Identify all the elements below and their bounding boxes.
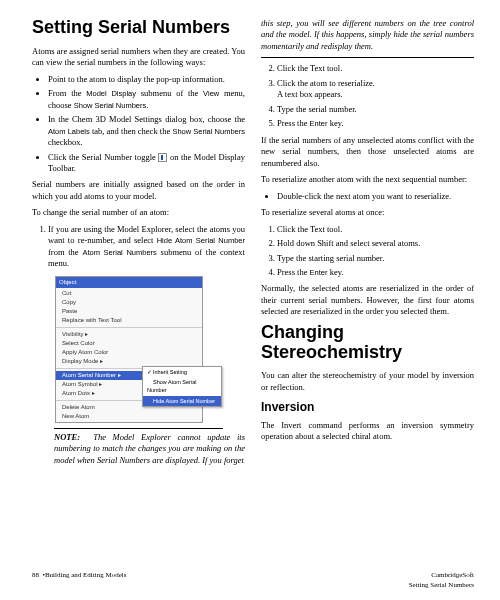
list-item: Type the serial number. bbox=[277, 104, 474, 115]
para: The Invert command performs an inversion… bbox=[261, 420, 474, 443]
list-item: From the Model Display submenu of the Vi… bbox=[48, 88, 245, 111]
note-continuation: this step, you will see different number… bbox=[261, 18, 474, 52]
heading-setting-serial: Setting Serial Numbers bbox=[32, 18, 245, 38]
list-item: Click the Text tool. bbox=[277, 224, 474, 235]
para: If the serial numbers of any unselected … bbox=[261, 135, 474, 169]
menu-item: Paste bbox=[56, 307, 202, 316]
list-item: Click the Serial Number toggle on the Mo… bbox=[48, 152, 245, 175]
para: To reserialize several atoms at once: bbox=[261, 207, 474, 218]
menu-item: Apply Atom Color bbox=[56, 348, 202, 357]
menu-item: Visibility ▸ bbox=[56, 330, 202, 339]
note-rule bbox=[54, 428, 223, 429]
list-item: Click the Text tool. bbox=[277, 63, 474, 74]
section-title: Setting Serial Numbers bbox=[409, 581, 474, 589]
menu-item: Copy bbox=[56, 298, 202, 307]
steps-list: Click the Text tool. Click the atom to r… bbox=[277, 63, 474, 129]
steps-list: Click the Text tool. Hold down Shift and… bbox=[277, 224, 474, 279]
menu-item: Select Color bbox=[56, 339, 202, 348]
list-item: Point to the atom to display the pop-up … bbox=[48, 74, 245, 85]
menu-header: Object bbox=[56, 277, 202, 288]
heading-inversion: Inversion bbox=[261, 399, 474, 415]
menu-item: New Atom bbox=[56, 412, 202, 421]
para: Atoms are assigned serial numbers when t… bbox=[32, 46, 245, 69]
change-steps: If you are using the Model Explorer, sel… bbox=[48, 224, 245, 270]
page-footer: 88 •Building and Editing Models Cambridg… bbox=[32, 571, 474, 590]
list-item: If you are using the Model Explorer, sel… bbox=[48, 224, 245, 270]
para: Normally, the selected atoms are reseria… bbox=[261, 283, 474, 317]
para: To reserialize another atom with the nex… bbox=[261, 174, 474, 185]
menu-item: Display Mode ▸ bbox=[56, 357, 202, 366]
page-number: 88 bbox=[32, 571, 39, 579]
brand: CambridgeSoft bbox=[431, 571, 474, 579]
note: NOTE: The Model Explorer cannot update i… bbox=[54, 432, 245, 466]
submenu: ✓Inherit Setting Show Atom Serial Number… bbox=[142, 366, 222, 407]
para: To change the serial number of an atom: bbox=[32, 207, 245, 218]
ways-list: Point to the atom to display the pop-up … bbox=[48, 74, 245, 175]
list-item: Press the Enter key. bbox=[277, 267, 474, 278]
list-item: Type the starting serial number. bbox=[277, 253, 474, 264]
serial-toggle-icon bbox=[158, 153, 167, 162]
list-item: Click the atom to reserialize.A text box… bbox=[277, 78, 474, 101]
bullet-list: Double-click the next atom you want to r… bbox=[277, 191, 474, 202]
submenu-item: ✓Inherit Setting bbox=[143, 367, 221, 377]
para: Serial numbers are initially assigned ba… bbox=[32, 179, 245, 202]
list-item: Hold down Shift and select several atoms… bbox=[277, 238, 474, 249]
list-item: Double-click the next atom you want to r… bbox=[277, 191, 474, 202]
list-item: Press the Enter key. bbox=[277, 118, 474, 129]
para: You can alter the stereochemistry of you… bbox=[261, 370, 474, 393]
menu-item: Cut bbox=[56, 289, 202, 298]
menu-item: Replace with Text Tool bbox=[56, 316, 202, 325]
submenu-item-selected: Hide Atom Serial Number bbox=[143, 396, 221, 406]
list-item: In the Chem 3D Model Settings dialog box… bbox=[48, 114, 245, 148]
chapter-title: •Building and Editing Models bbox=[43, 571, 127, 579]
context-menu-screenshot: Object Cut Copy Paste Replace with Text … bbox=[54, 275, 204, 424]
heading-changing-stereo: Changing Stereochemistry bbox=[261, 323, 474, 363]
submenu-item: Show Atom Serial Number bbox=[143, 377, 221, 396]
